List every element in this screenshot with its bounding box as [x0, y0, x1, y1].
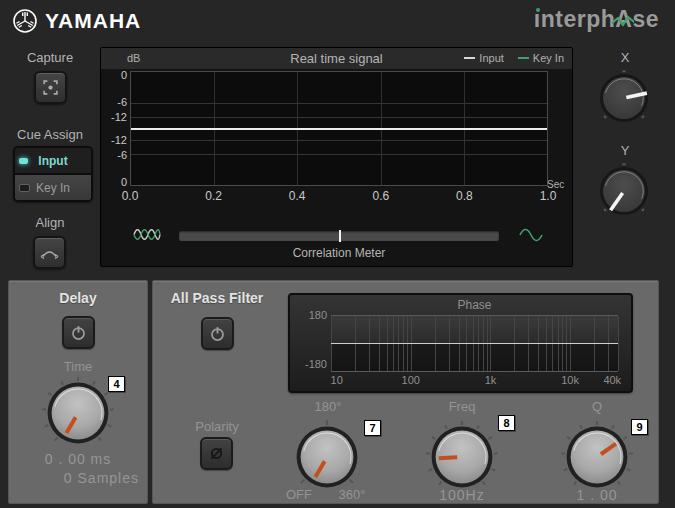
polarity-label: Polarity	[153, 419, 281, 434]
align-button[interactable]	[33, 236, 66, 269]
keyin-led-icon	[19, 184, 30, 192]
correlation-meter-label: Correlation Meter	[179, 246, 499, 260]
correlation-meter	[179, 231, 499, 241]
cue-option-keyin[interactable]: Key In	[15, 173, 91, 200]
align-icon	[40, 246, 59, 260]
scope-x-unit: Sec	[547, 179, 564, 190]
tutorial-badge-8: 8	[498, 415, 515, 431]
x-knob[interactable]	[594, 68, 654, 128]
degree-min-label: OFF	[282, 487, 316, 502]
delay-samples-value: 0 Samples	[64, 470, 139, 486]
input-signal-trace	[131, 128, 547, 130]
y-tick: -6	[101, 96, 127, 108]
power-icon	[209, 325, 226, 342]
freq-knob-label: Freq	[426, 399, 498, 414]
tutorial-badge-4: 4	[108, 376, 125, 392]
phase-x-tick: 100	[402, 374, 420, 386]
scope-plot	[130, 71, 548, 186]
y-tick: 0	[101, 69, 127, 81]
phase-x-tick: 10k	[561, 374, 579, 386]
y-knob-label: Y	[575, 143, 675, 158]
logo-green-dot-icon	[536, 8, 540, 12]
brand-name: YAMAHA	[45, 9, 141, 33]
phase-gridlines	[331, 315, 618, 372]
y-tick: -12	[101, 134, 127, 146]
out-of-phase-icon	[133, 227, 161, 242]
align-label: Align	[0, 215, 100, 230]
power-icon	[70, 324, 87, 341]
y-tick: -12	[101, 111, 127, 123]
y-tick: 0	[101, 176, 127, 188]
degree-knob[interactable]	[287, 417, 367, 497]
interphase-window: YAMAHA ınterphAse Capture Cue Assign Inp…	[0, 0, 675, 508]
phase-x-axis: 10 100 1k 10k 40k	[331, 374, 618, 386]
cue-assign-switch: Input Key In	[13, 146, 93, 202]
x-tick: 0.4	[289, 189, 306, 203]
phase-response-trace	[331, 343, 618, 344]
freq-knob[interactable]	[422, 417, 502, 497]
q-knob-label: Q	[561, 399, 633, 414]
logo-wave-icon	[612, 14, 634, 32]
allpass-power-button[interactable]	[201, 317, 234, 350]
tutorial-badge-9: 9	[631, 419, 648, 435]
yamaha-mark-icon	[12, 8, 38, 34]
capture-button[interactable]	[34, 71, 67, 104]
phase-y-min: -180	[292, 358, 327, 370]
x-tick: 0.8	[456, 189, 473, 203]
phase-y-max: 180	[296, 309, 327, 321]
phase-x-tick: 1k	[485, 374, 497, 386]
y-knob[interactable]	[594, 161, 654, 221]
tutorial-badge-7: 7	[364, 420, 381, 436]
x-tick: 0.2	[205, 189, 222, 203]
delay-ms-value: 0 . 00 ms	[9, 451, 147, 467]
delay-section: Delay Time 4 0 . 00 ms 0 Samples	[8, 280, 148, 504]
capture-icon	[42, 79, 59, 96]
degree-knob-label: 180°	[292, 399, 364, 414]
capture-label: Capture	[0, 50, 100, 65]
phase-title: Phase	[331, 298, 618, 312]
delay-power-button[interactable]	[62, 316, 95, 349]
x-tick: 0.0	[122, 189, 139, 203]
phase-x-tick: 10	[331, 374, 343, 386]
keyin-dash-icon	[518, 57, 529, 59]
time-label: Time	[9, 359, 147, 374]
input-led-icon	[19, 158, 28, 164]
delay-title: Delay	[9, 290, 147, 306]
polarity-phi-icon	[208, 445, 225, 462]
yamaha-logo: YAMAHA	[12, 8, 141, 34]
allpass-title: All Pass Filter	[153, 290, 281, 306]
x-tick: 1.0	[540, 189, 557, 203]
product-logo: ınterphAse	[534, 6, 659, 33]
y-tick: -6	[101, 149, 127, 161]
correlation-indicator	[339, 230, 341, 242]
in-phase-icon	[519, 228, 543, 242]
phase-display: Phase 180 -180 10 100 1k 10k 40k	[288, 293, 633, 393]
x-knob-label: X	[575, 50, 675, 65]
allpass-section: All Pass Filter Phase 180 -180 10 100 1k…	[152, 280, 659, 504]
q-value: 1 . 00	[561, 487, 633, 503]
time-knob[interactable]	[38, 373, 118, 453]
scope-x-axis: 0.0 0.2 0.4 0.6 0.8 1.0	[130, 189, 548, 202]
cue-assign-label: Cue Assign	[0, 127, 100, 142]
x-tick: 0.6	[372, 189, 389, 203]
phase-x-tick: 40k	[603, 374, 621, 386]
polarity-button[interactable]	[200, 437, 233, 470]
realtime-scope: dB Real time signal Input Key In 0 -6 -1…	[100, 47, 573, 267]
legend-keyin: Key In	[518, 52, 564, 64]
q-knob[interactable]	[557, 417, 637, 497]
legend-input: Input	[464, 52, 503, 64]
cue-option-input[interactable]: Input	[15, 148, 91, 173]
input-dash-icon	[464, 57, 475, 59]
degree-max-label: 360°	[334, 487, 370, 502]
scope-legend: Input Key In	[464, 52, 564, 64]
freq-value: 100Hz	[426, 487, 498, 503]
